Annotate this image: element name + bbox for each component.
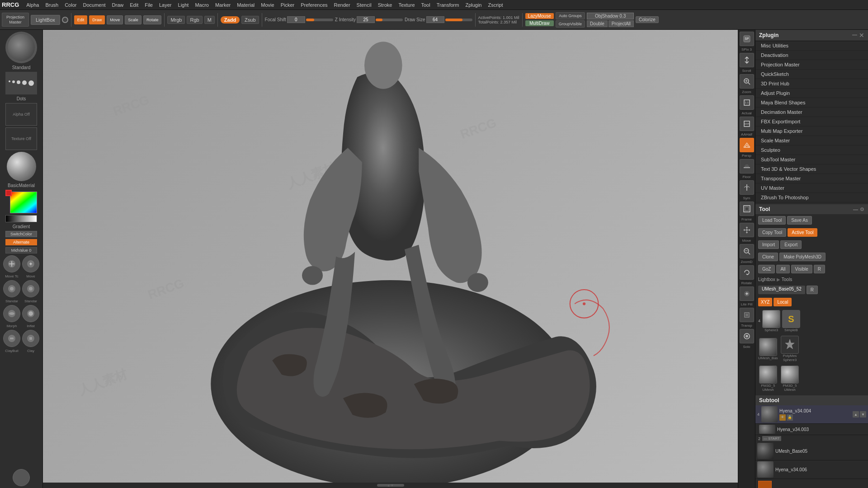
subtool-down-1[interactable]: ▼ <box>860 411 866 418</box>
menu-material[interactable]: Material <box>234 1 257 9</box>
zplugin-multi-map-exporter[interactable]: Multi Map Exporter <box>755 127 868 136</box>
zplugin-zbrush-to-photoshop[interactable]: ZBrush To Photoshop <box>755 193 868 202</box>
zplugin-misc-utilities[interactable]: Misc Utilities <box>755 41 868 51</box>
thumb-s[interactable]: S SimpleB <box>782 310 800 332</box>
group-visible-button[interactable]: GroupVisible <box>556 20 585 28</box>
standard-icon-1[interactable] <box>3 280 20 297</box>
multi-draw-button[interactable]: MultiDraw <box>525 20 554 26</box>
thumb-pm3d2[interactable]: PM3D_5 UMesh <box>780 366 800 392</box>
menu-stroke[interactable]: Stroke <box>375 1 395 9</box>
subtool-item-4[interactable]: Hyena_v34.006 <box>755 460 868 479</box>
lightbox-label[interactable]: Lightbox <box>758 277 775 282</box>
thumb-pm3d1[interactable]: PM3D_5 UMesh <box>758 366 778 392</box>
edit-button[interactable]: Edit <box>74 15 88 24</box>
bottom-icon[interactable] <box>13 469 30 486</box>
focal-shift-value[interactable]: 0 <box>287 16 305 23</box>
alpha-box[interactable]: Alpha Off <box>5 103 37 126</box>
proj-all-button[interactable]: ProjectAll <box>609 20 634 27</box>
bottom-color-swatch[interactable] <box>758 481 772 488</box>
zplugin-text3d-vector[interactable]: Text 3D & Vector Shapes <box>755 164 868 174</box>
save-as-button[interactable]: Save As <box>787 216 812 225</box>
local-button[interactable]: Local <box>774 298 792 306</box>
zplugin-quicksketch[interactable]: QuickSketch <box>755 70 868 79</box>
zplugin-maya-blend-shapes[interactable]: Maya Blend Shapes <box>755 98 868 108</box>
tool-minimize[interactable]: — <box>853 206 858 212</box>
radio-toggle[interactable] <box>62 17 68 23</box>
material-preview[interactable] <box>7 152 36 181</box>
zplugin-decimation-master[interactable]: Decimation Master <box>755 108 868 117</box>
draw-size-track[interactable] <box>445 19 472 21</box>
subtool-item-3[interactable]: UMesh_Base05 <box>755 442 868 460</box>
menu-render[interactable]: Render <box>331 1 353 9</box>
zplugin-sculpteo[interactable]: Sculpteo <box>755 145 868 155</box>
subtool-lock-1[interactable]: 🔒 <box>787 414 793 421</box>
menu-marker[interactable]: Marker <box>212 1 233 9</box>
morph-icon[interactable] <box>3 305 20 322</box>
menu-texture[interactable]: Texture <box>396 1 417 9</box>
obj-shadow-button[interactable]: ObjShadow 0.3 <box>587 13 634 19</box>
zplugin-projection-master[interactable]: Projection Master <box>755 60 868 70</box>
colorize-button[interactable]: Colorize <box>636 16 659 23</box>
menu-stencil[interactable]: Stencil <box>354 1 374 9</box>
rotate-button[interactable]: Rotate <box>143 15 162 24</box>
menu-zscript[interactable]: Zscript <box>485 1 505 9</box>
alternate-button[interactable]: Alternate <box>5 239 37 245</box>
subtool-item-2[interactable]: Hyena_v34.003 <box>755 424 868 435</box>
active-tool-button[interactable]: Active Tool <box>788 228 817 237</box>
z-intensity-track[interactable] <box>376 19 403 21</box>
move-view-button[interactable] <box>740 223 754 237</box>
subtool-eye-1[interactable]: 👁 <box>779 414 786 421</box>
menu-brush[interactable]: Brush <box>42 1 61 9</box>
auto-groups-button[interactable]: Auto Groups <box>556 12 585 19</box>
m-button[interactable]: M <box>204 16 215 24</box>
menu-light[interactable]: Light <box>175 1 192 9</box>
menu-macro[interactable]: Macro <box>192 1 212 9</box>
zplugin-uv-master[interactable]: UV Master <box>755 183 868 193</box>
standard-icon-2[interactable] <box>22 280 39 297</box>
frame-button[interactable] <box>740 202 754 216</box>
inflat-icon[interactable] <box>22 305 39 322</box>
import-button[interactable]: Import <box>758 240 779 249</box>
draw-button[interactable]: Draw <box>89 15 105 24</box>
zplugin-adjust-plugin[interactable]: Adjust Plugin <box>755 89 868 98</box>
color-gradient[interactable] <box>10 192 37 213</box>
umesh-display[interactable]: UMesh_Base05_52 <box>758 286 805 294</box>
zsub-button[interactable]: Zsub <box>241 16 259 24</box>
projection-master-button[interactable]: Projection Master <box>2 13 29 27</box>
texture-box[interactable]: Texture Off <box>5 127 37 150</box>
scale-button[interactable]: Scale <box>125 15 142 24</box>
transp-button[interactable] <box>740 308 754 322</box>
zplugin-subtool-master[interactable]: SubTool Master <box>755 155 868 164</box>
copy-tool-button[interactable]: Copy Tool <box>758 228 786 237</box>
litefill-button[interactable] <box>740 286 754 301</box>
claybuild-icon[interactable] <box>3 330 20 347</box>
menu-transform[interactable]: Transform <box>434 1 462 9</box>
persp-button[interactable] <box>740 138 754 152</box>
zadd-button[interactable]: Zadd <box>221 16 240 23</box>
menu-movie[interactable]: Movie <box>258 1 277 9</box>
mrgb-button[interactable]: Mrgb <box>167 16 185 24</box>
load-tool-button[interactable]: Load Tool <box>758 216 786 225</box>
lazy-mouse-button[interactable]: LazyMouse <box>525 13 554 19</box>
export-button[interactable]: Export <box>780 240 802 249</box>
xyz-button[interactable]: XYZ <box>758 298 772 306</box>
visible-button[interactable]: Visible <box>791 265 812 273</box>
thumb-polymesh[interactable]: PolyMes Sphere3 <box>780 336 800 362</box>
menu-alpha[interactable]: Alpha <box>24 1 42 9</box>
clay-icon[interactable] <box>22 330 39 347</box>
zplugin-transpose-master[interactable]: Transpose Master <box>755 174 868 183</box>
r-button[interactable]: R <box>814 265 825 273</box>
solo-button[interactable] <box>740 329 754 343</box>
thumb-umesh[interactable]: UMesh_Base05 <box>758 338 778 360</box>
zplugin-minimize[interactable]: — <box>852 32 857 39</box>
mid-value-button[interactable]: MidValue 0 <box>5 247 37 253</box>
scroll-button[interactable] <box>740 53 754 67</box>
goz-button[interactable]: GoZ <box>758 265 775 273</box>
lightbox-button[interactable]: LightBox <box>31 15 60 25</box>
clone-button[interactable]: Clone <box>758 253 778 261</box>
aahalf-button[interactable]: AAH <box>740 117 754 131</box>
thumb-sphere1[interactable]: Sphere3 <box>762 310 780 332</box>
canvas-area[interactable]: RRCG 人人素材 RRCG 人人素材 RRCG 人人素材 <box>43 30 738 488</box>
zoomd-button[interactable] <box>740 244 754 258</box>
canvas-scrollbar[interactable]: ▲▼ <box>43 483 738 488</box>
